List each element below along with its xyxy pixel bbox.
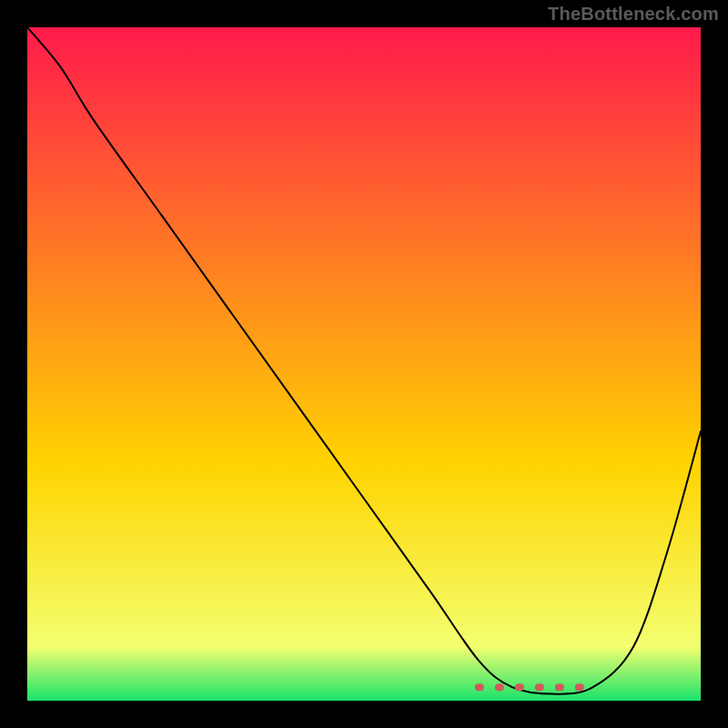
attribution-label: TheBottleneck.com [548, 4, 719, 25]
gradient-background [27, 27, 701, 701]
chart-stage: TheBottleneck.com [0, 0, 728, 728]
bottleneck-chart [27, 27, 701, 701]
